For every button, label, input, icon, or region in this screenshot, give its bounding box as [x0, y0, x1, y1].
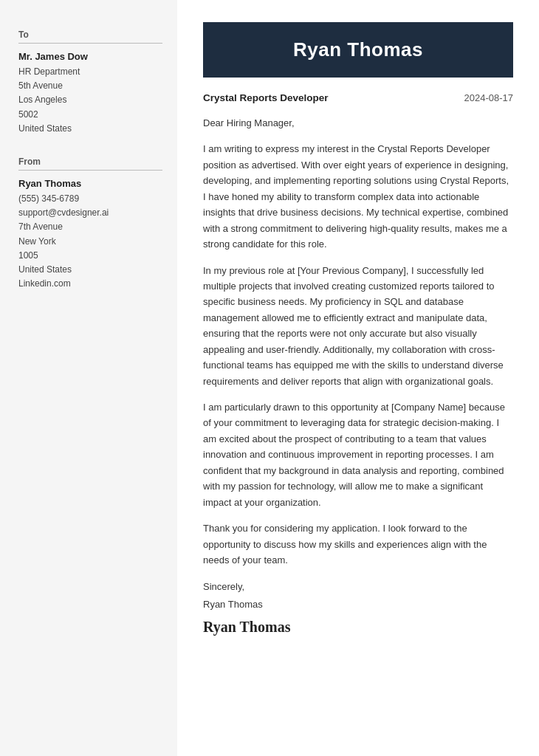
- recipient-zip: 5002: [18, 108, 162, 122]
- sender-phone: (555) 345-6789: [18, 192, 162, 206]
- sidebar: To Mr. James Dow HR Department 5th Avenu…: [0, 0, 177, 756]
- letter-body: Dear Hiring Manager, I am writing to exp…: [203, 115, 513, 568]
- to-label: To: [18, 30, 162, 44]
- header-name: Ryan Thomas: [218, 38, 498, 61]
- meta-row: Crystal Reports Developer 2024-08-17: [203, 92, 513, 103]
- sender-zip: 1005: [18, 249, 162, 263]
- paragraph-4: Thank you for considering my application…: [203, 520, 513, 568]
- paragraph-2: In my previous role at [Your Previous Co…: [203, 263, 513, 390]
- date: 2024-08-17: [464, 92, 514, 103]
- signature: Ryan Thomas: [203, 619, 513, 636]
- paragraph-3: I am particularly drawn to this opportun…: [203, 399, 513, 510]
- job-title: Crystal Reports Developer: [203, 92, 329, 103]
- page: To Mr. James Dow HR Department 5th Avenu…: [0, 0, 539, 756]
- from-section: From Ryan Thomas (555) 345-6789 support@…: [18, 157, 162, 291]
- closing-line2: Ryan Thomas: [203, 596, 513, 613]
- recipient-street: 5th Avenue: [18, 79, 162, 93]
- recipient-dept: HR Department: [18, 65, 162, 79]
- closing-line1: Sincerely,: [203, 578, 513, 595]
- sender-email: support@cvdesigner.ai: [18, 206, 162, 220]
- from-label: From: [18, 157, 162, 171]
- to-section: To Mr. James Dow HR Department 5th Avenu…: [18, 30, 162, 136]
- sender-street: 7th Avenue: [18, 220, 162, 234]
- sender-city: New York: [18, 235, 162, 249]
- salutation: Dear Hiring Manager,: [203, 115, 513, 131]
- header-banner: Ryan Thomas: [203, 22, 513, 78]
- sender-country: United States: [18, 263, 162, 277]
- recipient-city: Los Angeles: [18, 93, 162, 107]
- recipient-name: Mr. James Dow: [18, 51, 162, 62]
- sender-name: Ryan Thomas: [18, 178, 162, 189]
- closing: Sincerely, Ryan Thomas: [203, 578, 513, 613]
- recipient-country: United States: [18, 122, 162, 136]
- main-content: Ryan Thomas Crystal Reports Developer 20…: [177, 0, 539, 756]
- paragraph-1: I am writing to express my interest in t…: [203, 141, 513, 252]
- sender-linkedin: Linkedin.com: [18, 277, 162, 291]
